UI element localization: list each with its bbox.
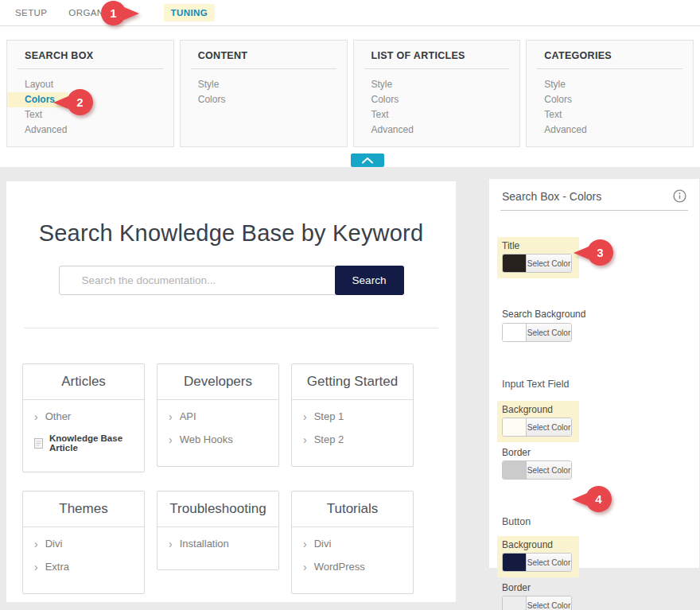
category-item-label: Divi	[314, 538, 332, 550]
search-box-advanced-link[interactable]: Advanced	[7, 122, 173, 138]
category-item-divi-tutorial[interactable]: › Divi	[303, 538, 403, 550]
category-item-installation[interactable]: › Installation	[169, 538, 269, 550]
button-background-color-control[interactable]: Select Color	[502, 553, 572, 572]
input-background-color-control[interactable]: Select Color	[502, 418, 572, 437]
category-title[interactable]: Themes	[23, 491, 144, 527]
search-background-select-color-button[interactable]: Select Color	[527, 324, 571, 341]
category-item-label: Other	[45, 410, 72, 422]
chevron-right-icon: ›	[303, 411, 307, 422]
callout-number: 2	[67, 89, 93, 115]
callout-tail	[124, 7, 139, 20]
category-item-step-1[interactable]: › Step 1	[303, 410, 403, 422]
field-group-search-background: Search Background Select Color	[502, 309, 699, 342]
info-icon[interactable]	[673, 189, 686, 203]
tab-tuning[interactable]: TUNING	[164, 4, 215, 21]
callout-pin-3: 3	[574, 239, 613, 266]
panel-title: CONTENT	[181, 50, 347, 61]
categories-text-link[interactable]: Text	[527, 107, 693, 122]
category-box-articles: Articles › Other Knowledge Base Article	[22, 363, 145, 472]
panel-divider	[18, 68, 163, 69]
callout-pin-2: 2	[53, 89, 93, 115]
category-title[interactable]: Getting Started	[292, 364, 413, 400]
category-item-divi[interactable]: › Divi	[34, 538, 134, 550]
chevron-right-icon: ›	[303, 538, 307, 550]
field-group-input-border: Border Select Color	[502, 447, 699, 480]
chevron-right-icon: ›	[169, 411, 173, 422]
category-box-troubleshooting: Troubleshooting › Installation	[157, 491, 279, 570]
tab-setup[interactable]: SETUP	[10, 4, 52, 21]
category-title[interactable]: Troubleshooting	[158, 491, 278, 527]
button-border-select-color-button[interactable]: Select Color	[527, 596, 571, 610]
category-item-other[interactable]: › Other	[34, 410, 134, 422]
content-colors-link[interactable]: Colors	[181, 92, 347, 107]
input-border-color-control[interactable]: Select Color	[502, 460, 572, 480]
category-item-label: Extra	[45, 561, 69, 573]
search-background-color-swatch[interactable]	[503, 324, 527, 341]
category-item-api[interactable]: › API	[169, 410, 269, 422]
field-label-input-background: Background	[502, 404, 572, 415]
category-item-wordpress[interactable]: › WordPress	[303, 561, 403, 573]
sidebar-title: Search Box - Colors	[502, 190, 601, 203]
categories-colors-link[interactable]: Colors	[527, 92, 693, 107]
category-title[interactable]: Articles	[23, 364, 144, 400]
chevron-right-icon: ›	[169, 434, 173, 445]
callout-pin-4: 4	[572, 486, 612, 512]
callout-number: 4	[585, 486, 612, 512]
category-title[interactable]: Developers	[158, 364, 278, 400]
button-border-color-swatch[interactable]	[503, 596, 527, 610]
highlight-input-background: Background Select Color	[497, 401, 579, 442]
section-heading-input-text-field: Input Text Field	[502, 379, 699, 390]
input-border-color-swatch[interactable]	[503, 461, 527, 479]
panel-divider	[191, 68, 336, 69]
content-style-link[interactable]: Style	[181, 77, 347, 92]
chevron-right-icon: ›	[303, 561, 307, 573]
input-background-select-color-button[interactable]: Select Color	[527, 418, 571, 436]
document-icon	[34, 438, 43, 449]
chevron-right-icon: ›	[34, 411, 38, 422]
category-item-label: API	[180, 410, 196, 422]
article-link-knowledge-base-article[interactable]: Knowledge Base Article	[34, 433, 134, 453]
button-background-color-swatch[interactable]	[503, 554, 527, 571]
kb-settings-page: SETUP ORGANIZE TUNING SEARCH BOX Layout …	[0, 0, 700, 610]
field-group-button-border: Border Select Color	[502, 582, 699, 610]
collapse-panels-button[interactable]	[351, 153, 384, 167]
title-color-control[interactable]: Select Color	[502, 254, 572, 273]
category-item-web-hooks[interactable]: › Web Hooks	[169, 433, 269, 445]
search-background-color-control[interactable]: Select Color	[502, 323, 572, 342]
kb-search-button[interactable]: Search	[335, 266, 404, 295]
category-title[interactable]: Tutorials	[292, 491, 413, 527]
preview-divider	[24, 328, 438, 328]
category-box-getting-started: Getting Started › Step 1 › Step 2	[291, 363, 414, 467]
title-select-color-button[interactable]: Select Color	[527, 254, 571, 272]
field-label-button-background: Background	[502, 539, 572, 550]
kb-search-input[interactable]	[59, 266, 335, 295]
button-border-color-control[interactable]: Select Color	[502, 596, 572, 610]
panel-title: LIST OF ARTICLES	[354, 50, 520, 61]
kb-search-bar: Search	[6, 266, 456, 295]
categories-advanced-link[interactable]: Advanced	[527, 122, 693, 138]
articles-text-link[interactable]: Text	[354, 107, 520, 122]
chevron-right-icon: ›	[34, 561, 38, 573]
input-background-color-swatch[interactable]	[503, 418, 527, 436]
chevron-up-icon	[361, 154, 374, 166]
input-border-select-color-button[interactable]: Select Color	[527, 461, 571, 479]
button-background-select-color-button[interactable]: Select Color	[527, 554, 571, 571]
panel-title: CATEGORIES	[527, 50, 693, 61]
sidebar-header: Search Box - Colors	[489, 179, 699, 203]
articles-advanced-link[interactable]: Advanced	[354, 122, 520, 138]
category-box-developers: Developers › API › Web Hooks	[157, 363, 279, 467]
category-item-label: Web Hooks	[180, 433, 233, 445]
category-item-extra[interactable]: › Extra	[34, 561, 134, 573]
kb-search-heading: Search Knowledge Base by Keyword	[6, 220, 456, 247]
category-item-step-2[interactable]: › Step 2	[303, 433, 403, 445]
panel-categories: CATEGORIES Style Colors Text Advanced	[526, 40, 694, 147]
panel-title: SEARCH BOX	[7, 50, 173, 61]
articles-colors-link[interactable]: Colors	[354, 92, 520, 107]
categories-style-link[interactable]: Style	[527, 77, 693, 92]
articles-style-link[interactable]: Style	[354, 77, 520, 92]
title-color-swatch[interactable]	[503, 254, 527, 272]
category-item-label: Step 1	[314, 410, 344, 422]
category-item-label: Divi	[45, 538, 63, 550]
chevron-right-icon: ›	[169, 538, 173, 550]
highlight-title: Title Select Color	[497, 237, 579, 278]
